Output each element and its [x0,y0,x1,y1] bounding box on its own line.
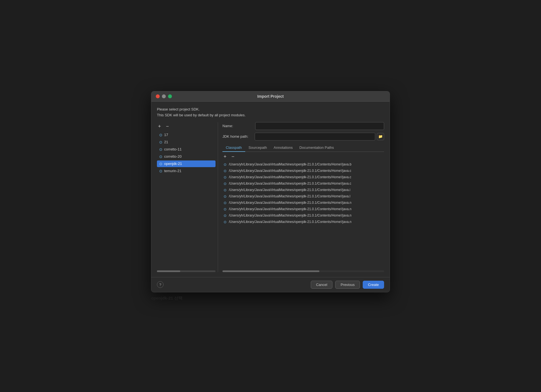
tab-content: + − ⊙ /Users/yh/Library/Java/JavaVirtual… [222,152,384,272]
title-bar: Import Project [151,91,390,102]
name-label: Name: [222,124,253,128]
jdk-label: JDK home path: [222,134,253,139]
left-toolbar: + − [157,122,216,132]
classpath-item-5[interactable]: ⊙ /Users/yh/Library/Java/JavaVirtualMach… [222,193,384,200]
right-panel: Name: JDK home path: 📁 Classpa [218,122,384,272]
jdk-path-input[interactable] [255,133,375,140]
classpath-path: /Users/yh/Library/Java/JavaVirtualMachin… [229,169,351,173]
left-scrollbar-thumb [157,270,180,272]
classpath-item-7[interactable]: ⊙ /Users/yh/Library/Java/JavaVirtualMach… [222,206,384,212]
sdk-label: 21 [164,140,168,144]
dialog-footer: ? Cancel Previous Create [151,277,390,292]
sdk-folder-icon: ⊙ [159,147,162,152]
content-area: + − ⊙ 17 ⊙ 21 ⊙ corretto-11 ⊙ corretto-2… [157,122,384,272]
help-button[interactable]: ? [157,281,164,288]
classpath-list: ⊙ /Users/yh/Library/Java/JavaVirtualMach… [222,161,384,269]
name-row: Name: [222,122,384,130]
sdk-item-openjdk-21[interactable]: ⊙ openjdk-21 [157,160,216,167]
sdk-folder-icon: ⊙ [159,154,162,159]
classpath-item-4[interactable]: ⊙ /Users/yh/Library/Java/JavaVirtualMach… [222,187,384,193]
sdk-label: corretto-11 [164,147,182,151]
classpath-path: /Users/yh/Library/Java/JavaVirtualMachin… [229,175,351,179]
tabs-bar: ClasspathSourcepathAnnotationsDocumentat… [222,144,384,152]
bottom-scrollbar-thumb [222,270,319,272]
classpath-item-1[interactable]: ⊙ /Users/yh/Library/Java/JavaVirtualMach… [222,168,384,174]
sdk-folder-icon: ⊙ [159,162,162,166]
classpath-item-6[interactable]: ⊙ /Users/yh/Library/Java/JavaVirtualMach… [222,200,384,206]
sdk-item-corretto-11[interactable]: ⊙ corretto-11 [157,146,216,153]
name-input[interactable] [255,122,384,130]
classpath-folder-icon: ⊙ [224,213,227,218]
window-controls [156,94,172,98]
dialog-title: Import Project [257,94,284,99]
sdk-folder-icon: ⊙ [159,133,162,137]
left-scrollbar[interactable] [157,270,216,272]
sdk-item-temurin-21[interactable]: ⊙ temurin-21 [157,168,216,174]
description: Please select project SDK. This SDK will… [157,107,384,118]
classpath-folder-icon: ⊙ [224,220,227,224]
classpath-item-8[interactable]: ⊙ /Users/yh/Library/Java/JavaVirtualMach… [222,212,384,219]
classpath-item-9[interactable]: ⊙ /Users/yh/Library/Java/JavaVirtualMach… [222,219,384,225]
tab-sourcepath[interactable]: Sourcepath [245,144,270,152]
classpath-path: /Users/yh/Library/Java/JavaVirtualMachin… [229,182,351,185]
minimize-button[interactable] [162,94,166,98]
classpath-path: /Users/yh/Library/Java/JavaVirtualMachin… [229,194,350,198]
classpath-path: /Users/yh/Library/Java/JavaVirtualMachin… [229,162,351,166]
classpath-folder-icon: ⊙ [224,175,227,179]
create-button[interactable]: Create [363,281,384,289]
classpath-path: /Users/yh/Library/Java/JavaVirtualMachin… [229,220,351,224]
tab-classpath[interactable]: Classpath [222,144,245,152]
classpath-item-0[interactable]: ⊙ /Users/yh/Library/Java/JavaVirtualMach… [222,161,384,168]
classpath-folder-icon: ⊙ [224,188,227,192]
tab-toolbar: + − [222,152,384,161]
description-line1: Please select project SDK. [157,107,384,112]
cancel-button[interactable]: Cancel [311,281,332,289]
description-line2: This SDK will be used by default by all … [157,112,384,118]
classpath-path: /Users/yh/Library/Java/JavaVirtualMachin… [229,207,351,211]
jdk-path-row: JDK home path: 📁 [222,133,384,140]
classpath-folder-icon: ⊙ [224,207,227,211]
sdk-label: 17 [164,133,168,137]
tab-annotations[interactable]: Annotations [270,144,296,152]
bottom-scrollbar[interactable] [222,270,384,272]
add-classpath-button[interactable]: + [222,154,228,160]
sdk-folder-icon: ⊙ [159,169,162,173]
classpath-folder-icon: ⊙ [224,201,227,205]
maximize-button[interactable] [168,94,172,98]
remove-classpath-button[interactable]: − [231,154,236,160]
sdk-label: corretto-20 [164,154,182,159]
close-button[interactable] [156,94,160,98]
classpath-folder-icon: ⊙ [224,182,227,186]
classpath-path: /Users/yh/Library/Java/JavaVirtualMachin… [229,213,351,217]
import-project-dialog: Import Project Please select project SDK… [151,91,390,292]
sdk-list: ⊙ 17 ⊙ 21 ⊙ corretto-11 ⊙ corretto-20 ⊙ … [157,132,216,269]
classpath-folder-icon: ⊙ [224,194,227,198]
sdk-label: openjdk-21 [164,162,182,166]
remove-sdk-button[interactable]: − [165,123,170,129]
sdk-item-corretto-20[interactable]: ⊙ corretto-20 [157,153,216,160]
sdk-label: temurin-21 [164,169,181,173]
dialog-body: Please select project SDK. This SDK will… [151,102,390,277]
previous-button[interactable]: Previous [335,281,360,289]
classpath-folder-icon: ⊙ [224,162,227,167]
sdk-item-17[interactable]: ⊙ 17 [157,132,216,138]
classpath-folder-icon: ⊙ [224,169,227,173]
classpath-item-2[interactable]: ⊙ /Users/yh/Library/Java/JavaVirtualMach… [222,174,384,180]
add-sdk-button[interactable]: + [157,123,162,129]
classpath-path: /Users/yh/Library/Java/JavaVirtualMachin… [229,201,351,205]
classpath-item-3[interactable]: ⊙ /Users/yh/Library/Java/JavaVirtualMach… [222,180,384,187]
folder-icon: 📁 [378,134,383,139]
sdk-item-21[interactable]: ⊙ 21 [157,139,216,145]
tab-doc-paths[interactable]: Documentation Paths [296,144,337,152]
left-panel: + − ⊙ 17 ⊙ 21 ⊙ corretto-11 ⊙ corretto-2… [157,122,218,272]
page-caption: openjdk-21 선택 [151,296,182,301]
browse-button[interactable]: 📁 [377,133,384,140]
classpath-path: /Users/yh/Library/Java/JavaVirtualMachin… [229,188,350,192]
sdk-folder-icon: ⊙ [159,140,162,144]
